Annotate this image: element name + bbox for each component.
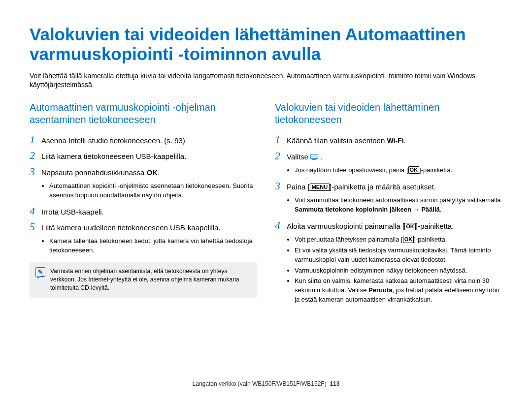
footer-text: Langaton verkko (vain WB150F/WB151F/WB15… [193, 380, 327, 387]
page-footer: Langaton verkko (vain WB150F/WB151F/WB15… [0, 380, 532, 387]
bullet-item: Voit peruuttaa lähetyksen painamalla [OK… [295, 235, 502, 245]
step-text: Liitä kamera uudelleen tietokoneeseen US… [41, 221, 221, 233]
text-fragment: ]-painiketta. [419, 166, 452, 174]
left-step-4: 4 Irrota USB-kaapeli. [30, 205, 257, 217]
bullet-item: Et voi valita yksittäisiä tiedostoja var… [295, 246, 502, 265]
page-title: Valokuvien tai videoiden lähettäminen Au… [30, 25, 502, 64]
text-fragment: ]-painiketta ja määritä asetukset. [330, 183, 436, 191]
left-step-3: 3 Napsauta ponnahdusikkunassa OK. [30, 166, 257, 178]
step-text: Asenna Intelli-studio tietokoneeseen. (s… [41, 134, 185, 146]
page-content: Valokuvien tai videoiden lähettäminen Au… [0, 0, 532, 309]
note-icon: ✎ [35, 267, 45, 277]
intro-paragraph: Voit lähettää tällä kameralla otettuja k… [30, 71, 502, 90]
step-number: 4 [30, 205, 41, 217]
bold-text: Sammuta tietokone kopioinnin jälkeen → P… [295, 206, 440, 213]
left-step-2: 2 Liitä kamera tietokoneeseen USB-kaapel… [30, 150, 257, 161]
ok-button-icon: OK [408, 166, 420, 174]
right-column: Valokuvien tai videoiden lähettäminen ti… [275, 101, 502, 309]
right-step-2-bullets: Jos näyttöön tulee opastusviesti, paina … [295, 166, 502, 175]
pc-backup-icon [310, 152, 318, 158]
step-number: 1 [275, 134, 287, 146]
text-fragment: Voit sammuttaa tietokoneen automaattises… [295, 196, 500, 204]
step-number: 1 [30, 134, 41, 146]
svg-rect-2 [312, 159, 316, 160]
right-step-4-bullets: Voit peruuttaa lähetyksen painamalla [OK… [295, 235, 502, 305]
step-number: 2 [30, 150, 41, 161]
step-text: Irrota USB-kaapeli. [41, 205, 104, 217]
right-step-3: 3 Paina [MENU]-painiketta ja määritä ase… [275, 180, 502, 192]
step-number: 2 [275, 150, 287, 162]
wifi-icon: Wi-Fi [387, 137, 403, 145]
text-fragment: Valitse [287, 153, 310, 161]
note-text: Varmista ennen ohjelman asentamista, ett… [50, 267, 251, 293]
right-step-3-bullets: Voit sammuttaa tietokoneen automaattises… [295, 196, 502, 215]
right-step-2: 2 Valitse . [275, 150, 502, 162]
bold-text: OK [147, 168, 158, 177]
step-text: Käännä tilan valitsin asentoon Wi-Fi. [287, 134, 406, 146]
svg-rect-1 [311, 154, 318, 158]
text-fragment: Paina [ [287, 183, 310, 191]
bullet-item: Kamera tallentaa tietokoneen tiedot, jot… [49, 237, 257, 255]
text-fragment: Jos näyttöön tulee opastusviesti, paina … [295, 166, 408, 174]
text-fragment: Käännä tilan valitsin asentoon [287, 136, 387, 145]
step-text: Aloita varmuuskopiointi painamalla [OK]-… [287, 219, 454, 231]
menu-button-icon: MENU [310, 184, 330, 191]
bullet-item: Jos näyttöön tulee opastusviesti, paina … [295, 166, 502, 175]
text-fragment: . [404, 136, 406, 145]
text-fragment: Aloita varmuuskopiointi painamalla [ [287, 222, 404, 230]
bullet-item: Varmuuskopioinnin edistyminen näkyy tiet… [295, 266, 502, 276]
left-subheading: Automaattinen varmuuskopiointi -ohjelman… [30, 101, 257, 126]
left-step-3-bullets: Automaattinen kopiointi -ohjelmisto asen… [49, 182, 257, 200]
left-step-5-bullets: Kamera tallentaa tietokoneen tiedot, jot… [49, 237, 257, 255]
text-fragment: Voit peruuttaa lähetyksen painamalla [ [295, 236, 403, 243]
bullet-item: Automaattinen kopiointi -ohjelmisto asen… [49, 182, 257, 200]
right-subheading: Valokuvien tai videoiden lähettäminen ti… [275, 101, 502, 126]
ok-button-icon: OK [404, 223, 416, 230]
step-text: Valitse . [287, 150, 322, 162]
bullet-item: Kun siirto on valmis, kamerasta katkeaa … [295, 277, 502, 305]
left-step-5: 5 Liitä kamera uudelleen tietokoneeseen … [30, 221, 257, 233]
left-column: Automaattinen varmuuskopiointi -ohjelman… [30, 101, 257, 309]
step-number: 3 [275, 180, 287, 192]
step-text: Napsauta ponnahdusikkunassa OK. [41, 166, 160, 178]
right-step-4: 4 Aloita varmuuskopiointi painamalla [OK… [275, 219, 502, 231]
left-step-1: 1 Asenna Intelli-studio tietokoneeseen. … [30, 134, 257, 146]
step-text: Paina [MENU]-painiketta ja määritä asetu… [287, 180, 436, 192]
text-fragment: Napsauta ponnahdusikkunassa [41, 168, 147, 177]
text-fragment: . [320, 153, 322, 161]
bullet-item: Voit sammuttaa tietokoneen automaattises… [295, 196, 502, 215]
step-text: Liitä kamera tietokoneeseen USB-kaapelil… [41, 150, 186, 161]
right-step-1: 1 Käännä tilan valitsin asentoon Wi-Fi. [275, 134, 502, 146]
note-box: ✎ Varmista ennen ohjelman asentamista, e… [30, 262, 257, 298]
text-fragment: ]-painiketta. [414, 236, 447, 243]
step-number: 3 [30, 166, 41, 178]
text-fragment: . [158, 168, 160, 177]
text-fragment: . [440, 206, 442, 213]
page-number: 113 [330, 380, 339, 387]
step-number: 5 [30, 221, 41, 233]
step-number: 4 [275, 219, 287, 231]
ok-button-icon: OK [403, 236, 414, 243]
text-fragment: ]-painiketta. [416, 222, 454, 230]
two-column-layout: Automaattinen varmuuskopiointi -ohjelman… [30, 101, 502, 309]
bold-text: Peruuta [368, 286, 392, 294]
